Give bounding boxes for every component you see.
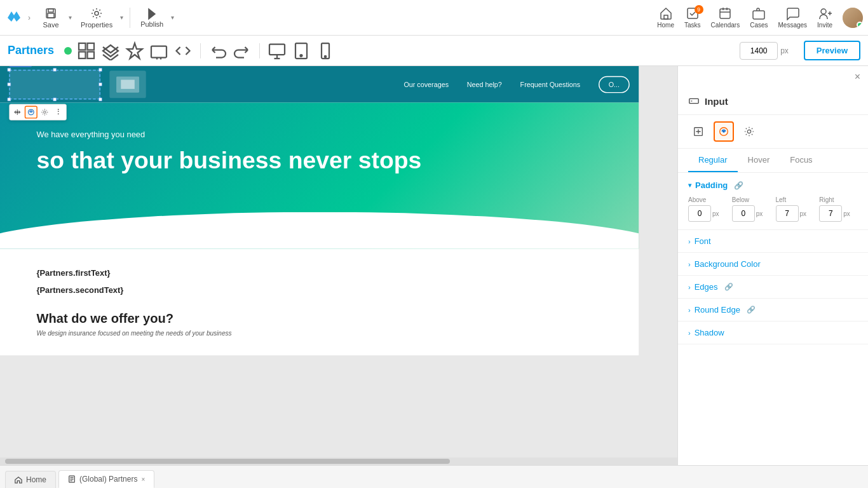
- nav-our-coverages[interactable]: Our coverages: [403, 81, 449, 88]
- cases-label: Cases: [750, 22, 768, 29]
- shadow-chevron: ›: [688, 329, 691, 337]
- nav-cta-button[interactable]: O...: [599, 76, 630, 93]
- svg-rect-13: [88, 51, 95, 58]
- panel-position-icon[interactable]: [688, 121, 709, 142]
- undo-button[interactable]: [208, 41, 227, 60]
- more-options-button[interactable]: ⋮: [52, 105, 65, 118]
- svg-rect-24: [689, 98, 698, 103]
- edges-section-toggle[interactable]: › Edges 🔗: [678, 276, 868, 299]
- tasks-nav-item[interactable]: 9 Tasks: [684, 6, 701, 29]
- breadcrumb-label: < Input: [9, 66, 32, 67]
- style-button[interactable]: [25, 105, 37, 118]
- preview-button[interactable]: Preview: [804, 41, 860, 60]
- panel-close-button[interactable]: ×: [855, 71, 860, 83]
- nav-right-items: Home 9 Tasks Calendars Cases: [657, 6, 863, 29]
- responsive-button[interactable]: [149, 41, 168, 60]
- edges-chevron: ›: [688, 283, 691, 291]
- save-button[interactable]: Save: [36, 4, 66, 31]
- publish-group: Publish ▾: [135, 5, 175, 30]
- home-tab-label: Home: [26, 475, 46, 484]
- properties-button[interactable]: Properties: [76, 4, 118, 31]
- panel-settings-icon[interactable]: [739, 121, 759, 142]
- svg-point-22: [31, 111, 32, 112]
- what-offer-title: What do we offer you?: [36, 311, 602, 326]
- panel-close-row: ×: [678, 66, 868, 88]
- messages-label: Messages: [778, 22, 808, 29]
- nav-need-help[interactable]: Need help?: [467, 81, 502, 88]
- svg-point-23: [44, 111, 46, 113]
- tab-close-button[interactable]: ×: [141, 476, 145, 483]
- tablet-view-button[interactable]: [292, 41, 311, 60]
- scrollbar-thumb[interactable]: [5, 459, 450, 464]
- padding-left: Left 7 px: [776, 196, 815, 222]
- grid-view-button[interactable]: [77, 41, 96, 60]
- desktop-view-button[interactable]: [268, 41, 287, 60]
- padding-link-icon[interactable]: 🔗: [734, 181, 743, 190]
- layers-button[interactable]: [101, 41, 120, 60]
- right-label: Right: [819, 196, 858, 203]
- tab-home[interactable]: Home: [5, 471, 56, 488]
- properties-dropdown-arrow[interactable]: ▾: [119, 11, 125, 24]
- svg-rect-7: [720, 9, 730, 18]
- home-tab-icon: [15, 476, 22, 484]
- tab-global-partners[interactable]: (Global) Partners ×: [58, 470, 154, 488]
- messages-nav-item[interactable]: Messages: [778, 6, 808, 29]
- svg-rect-5: [664, 15, 668, 19]
- user-avatar[interactable]: [843, 8, 863, 28]
- above-input[interactable]: 0: [688, 205, 711, 222]
- mini-toolbar: ⋮: [9, 104, 66, 120]
- navigator-button[interactable]: [125, 41, 144, 60]
- bg-color-label: Background Color: [695, 259, 761, 269]
- save-dropdown-arrow[interactable]: ▾: [67, 11, 73, 24]
- right-input[interactable]: 7: [819, 205, 842, 222]
- settings-button[interactable]: [38, 105, 51, 118]
- shadow-section-toggle[interactable]: › Shadow: [678, 322, 868, 344]
- canvas-width-input[interactable]: 1400: [740, 42, 778, 60]
- right-panel: × Input: [677, 66, 868, 465]
- calendars-nav-item[interactable]: Calendars: [711, 6, 740, 29]
- move-button[interactable]: [11, 105, 24, 118]
- padding-section-header[interactable]: ▾ Padding 🔗: [688, 180, 858, 190]
- round-edge-label: Round Edge: [695, 305, 740, 315]
- tab-hover[interactable]: Hover: [738, 149, 780, 172]
- left-input[interactable]: 7: [776, 205, 799, 222]
- calendars-label: Calendars: [711, 22, 740, 29]
- nav-frequent-questions[interactable]: Frequent Questions: [520, 81, 581, 88]
- code-button[interactable]: [173, 41, 193, 60]
- nav-back-chevron[interactable]: ›: [28, 13, 31, 22]
- svg-rect-8: [753, 11, 764, 19]
- svg-marker-4: [149, 9, 155, 19]
- bg-color-section-toggle[interactable]: › Background Color: [678, 253, 868, 276]
- shadow-label: Shadow: [695, 328, 724, 337]
- below-input[interactable]: 0: [732, 205, 755, 222]
- hero-subtitle: We have everything you need: [36, 130, 602, 140]
- padding-section: ▾ Padding 🔗 Above 0 px Below 0 px: [678, 173, 868, 230]
- tab-regular[interactable]: Regular: [688, 149, 738, 172]
- left-unit: px: [800, 210, 807, 217]
- padding-right: Right 7 px: [819, 196, 858, 222]
- svg-rect-15: [269, 44, 285, 55]
- left-label: Left: [776, 196, 815, 203]
- cases-nav-item[interactable]: Cases: [750, 6, 768, 29]
- panel-style-icon-active[interactable]: [714, 121, 734, 142]
- tab-focus[interactable]: Focus: [780, 149, 822, 172]
- publish-dropdown-arrow[interactable]: ▾: [170, 11, 175, 24]
- redo-button[interactable]: [233, 41, 252, 60]
- home-nav-item[interactable]: Home: [657, 6, 674, 29]
- font-section-toggle[interactable]: › Font: [678, 230, 868, 253]
- font-label: Font: [695, 236, 711, 246]
- logo-input-element[interactable]: < Input: [9, 69, 100, 99]
- right-unit: px: [843, 210, 850, 217]
- mobile-view-button[interactable]: [316, 41, 335, 60]
- invite-nav-item[interactable]: Invite: [817, 6, 832, 29]
- home-label: Home: [657, 22, 674, 29]
- round-edge-section-toggle[interactable]: › Round Edge 🔗: [678, 299, 868, 322]
- panel-tabs: Regular Hover Focus: [678, 149, 868, 173]
- padding-grid: Above 0 px Below 0 px Left 7: [688, 196, 858, 222]
- tasks-badge: 9: [695, 5, 703, 14]
- svg-point-3: [95, 11, 98, 15]
- svg-rect-10: [79, 43, 86, 50]
- horizontal-scrollbar[interactable]: [0, 458, 677, 465]
- publish-button[interactable]: Publish: [135, 5, 168, 30]
- canvas-area: < Input: [0, 66, 677, 465]
